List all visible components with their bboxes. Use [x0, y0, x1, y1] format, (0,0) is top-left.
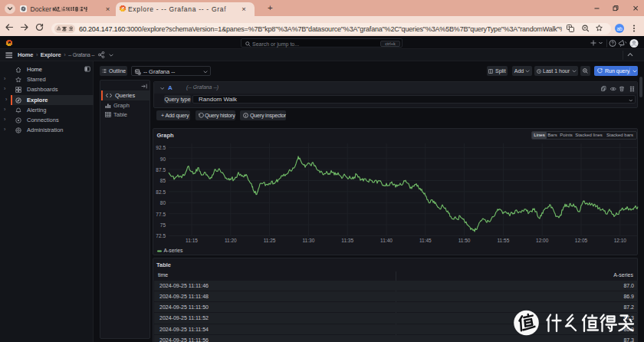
svg-text:ab: ab — [616, 26, 623, 31]
